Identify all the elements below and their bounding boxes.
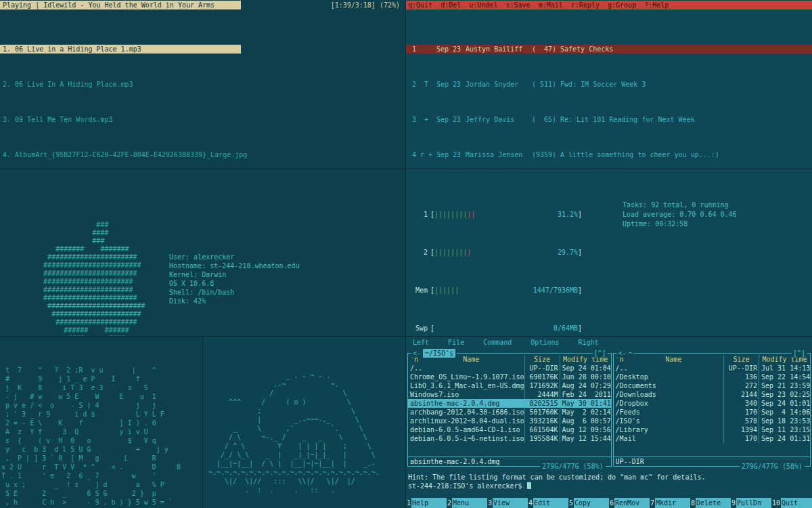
function-key-number: 8 [690, 498, 696, 508]
art-line: |__|~|__| / \ | |__|~|~|__| | _.- [204, 459, 404, 468]
file-row[interactable]: /Downloads 2144 Sep 23 02:25 [614, 390, 810, 399]
mc-shell-prompt[interactable]: st-244-218:ISO's alexrecker$ [406, 482, 812, 490]
playlist-item[interactable]: 4. AlbumArt_{95B27F12-C620-42FE-804E-E42… [0, 150, 405, 159]
rain-line: x 2 U r T V V * ^ < . D B [1, 463, 201, 471]
file-row[interactable]: LibO_3.6.1_Mac-all_en-US.dmg 171692K Aug… [408, 381, 611, 390]
function-key[interactable]: 9PullDn [731, 498, 771, 508]
file-row[interactable]: /Documents 272 Sep 21 23:59 [614, 381, 810, 390]
function-key[interactable]: 2Menu [447, 498, 487, 508]
file-mtime: May 30 01:41 [560, 399, 611, 408]
function-key-label: Delete [696, 498, 731, 508]
mc-left-path-tab[interactable]: ~/ISO's [423, 349, 455, 358]
playlist-item[interactable]: 3. 09 Tell Me Ten Words.mp3 [0, 115, 405, 124]
mail-subject: Safety Checks [560, 45, 808, 54]
function-key-label: Copy [574, 498, 609, 508]
file-name: /Library [614, 425, 723, 434]
meter-fill-green: |||||||| [434, 249, 467, 256]
file-row[interactable]: /Desktop 136 Sep 22 14:54 [614, 373, 810, 381]
meter-fill-red: | [467, 249, 471, 256]
meter-fill-red: || [467, 211, 475, 218]
panel-history-arrow[interactable]: <- [413, 349, 421, 358]
rain-line: A z Y f 3 Q y i v U [1, 427, 201, 436]
file-size: 661504K [524, 425, 560, 434]
playlist-item[interactable]: 2. 06 Live In A Hiding Place.mp3 [0, 80, 405, 89]
function-key-label: Quit [781, 498, 812, 508]
summary-stat-line: Uptime: 00:32:58 [623, 219, 737, 229]
file-name: archbang-2012.04.30-i686.iso [408, 408, 524, 417]
mc-hint-line: Hint: The file listing format can be cus… [406, 473, 812, 482]
file-row[interactable]: absinthe-mac-2.0.4.dmg 8202515 May 30 01… [408, 399, 611, 408]
file-row[interactable]: Windows7.iso 2444M Feb 24 2011 [408, 390, 611, 399]
playlist-item[interactable]: 1. 06 Live in a Hiding Place 1.mp3 [0, 45, 405, 54]
file-mtime: Sep 18 23:53 [759, 417, 810, 425]
file-row[interactable]: /.. UP--DIR Jul 31 14:13 [614, 364, 810, 373]
mc-menu-item[interactable]: Left [413, 338, 429, 347]
rain-line: u x ; _ ! s ] d a % P [1, 480, 201, 489]
file-mtime: May 12 15:44 [560, 434, 611, 443]
file-row[interactable]: /Dropbox 340 Sep 24 01:01 [614, 399, 810, 408]
logo-line: ###### ###### [23, 326, 405, 335]
meter-value: 29.7% [558, 248, 578, 257]
file-row[interactable]: /.. UP--DIR Sep 24 01:04 [408, 364, 611, 373]
function-key[interactable]: 1Help [406, 498, 447, 508]
col-size[interactable]: Size [723, 355, 759, 364]
panel-maximize-icon[interactable]: [^] [792, 349, 807, 358]
mail-row[interactable]: 2 T Sep 23 Jordan Snyder ( 511) Fwd: IM … [406, 80, 812, 89]
mc-right-path-tab[interactable]: ~ [629, 349, 633, 358]
htop-meters-area: 1[||||||||||31.2%] 2[|||||||||29.7%] Mem… [406, 172, 812, 337]
function-key[interactable]: 8Delete [690, 498, 731, 508]
file-mtime: Aug 12 09:56 [560, 425, 611, 434]
function-key[interactable]: 5Copy [568, 498, 609, 508]
mc-menu-item[interactable]: Command [483, 338, 512, 347]
function-key[interactable]: 4Edit [528, 498, 568, 508]
col-size[interactable]: Size [524, 355, 560, 364]
htop-summary-stats: Tasks: 92 total, 0 runningLoad average: … [623, 172, 737, 337]
system-info-line: Disk: 42% [169, 297, 300, 305]
playlist-item-label: 4. AlbumArt_{95B27F12-C620-42FE-804E-E42… [0, 150, 247, 159]
function-key-label: RenMov [614, 498, 650, 508]
file-row[interactable]: /Library 1394 Sep 11 23:15 [614, 425, 810, 434]
rain-line: j K 8 i T 3 e 3 s 5 [1, 383, 201, 392]
mail-date: Sep 23 [436, 115, 461, 124]
file-row[interactable]: Chrome_OS_Linu~-1.9.1077.iso 690176K Jun… [408, 373, 611, 381]
function-key-number: 2 [447, 498, 452, 508]
function-key[interactable]: 7Mkdir [650, 498, 690, 508]
file-row[interactable]: /Feeds 170 Sep 4 14:06 [614, 408, 810, 417]
function-key[interactable]: 3View [487, 498, 528, 508]
file-row[interactable]: debian-6.0.5-i~6-netinst.iso 195584K May… [408, 434, 611, 443]
mc-function-keybar: 1Help 2Menu 3View 4Edit 5Copy 6RenMov 7M… [406, 498, 812, 508]
function-key[interactable]: 6RenMov [609, 498, 650, 508]
file-row[interactable]: archbang-2012.04.30-i686.iso 501760K May… [408, 408, 611, 417]
meter-value: 1447/7936MB [533, 286, 578, 295]
mc-menu-item[interactable]: File [448, 338, 464, 347]
mail-size: ( 47) [531, 45, 556, 54]
logo-line: ###################### [23, 310, 405, 318]
rain-line: T . 1 ' e Z 6 _ 7 w ' [1, 471, 201, 480]
file-name: /Desktop [614, 373, 723, 381]
file-name: /Documents [614, 381, 723, 390]
file-row[interactable]: /Mail 170 Sep 24 01:31 [614, 434, 810, 443]
file-name: Windows7.iso [408, 390, 524, 399]
file-mtime: Feb 24 2011 [560, 390, 611, 399]
mail-row[interactable]: 4 r + Sep 23 Marissa Jensen (9359) A lit… [406, 150, 812, 159]
file-size: 170 [723, 408, 759, 417]
mail-row[interactable]: 1 Sep 23 Austyn Bailiff ( 47) Safety Che… [406, 45, 812, 54]
player-time-progress: [1:39/3:18] (72%) [241, 1, 405, 9]
col-name[interactable]: Name [624, 355, 723, 364]
file-row[interactable]: debian-6.0.5-amd64-CD-1.iso 661504K Aug … [408, 425, 611, 434]
file-size: 2444M [524, 390, 560, 399]
panel-history-arrow[interactable]: <- [618, 349, 627, 358]
mail-from: Jeffry Davis [466, 115, 527, 124]
meter-label: Mem [411, 286, 428, 295]
file-row[interactable]: archlinux-2012~8.04-dual.iso 393216K Aug… [408, 417, 611, 425]
mc-pane: LeftFileCommandOptionsRight <-~/ISO's [^… [406, 337, 812, 508]
mail-row[interactable]: 3 + Sep 23 Jeffry Davis ( 65) Re: Lit 10… [406, 115, 812, 124]
function-key-number: 4 [528, 498, 533, 508]
file-row[interactable]: /ISO's 578 Sep 18 23:53 [614, 417, 810, 425]
panel-maximize-icon[interactable]: [^] [593, 349, 608, 358]
file-name: /Dropbox [614, 399, 723, 408]
mc-menu-item[interactable]: Options [531, 338, 559, 347]
mc-menu-item[interactable]: Right [579, 338, 599, 347]
mutt-help-bar: q:Quit d:Del u:Undel s:Save m:Mail r:Rep… [406, 1, 812, 9]
function-key[interactable]: 10Quit [771, 498, 812, 508]
